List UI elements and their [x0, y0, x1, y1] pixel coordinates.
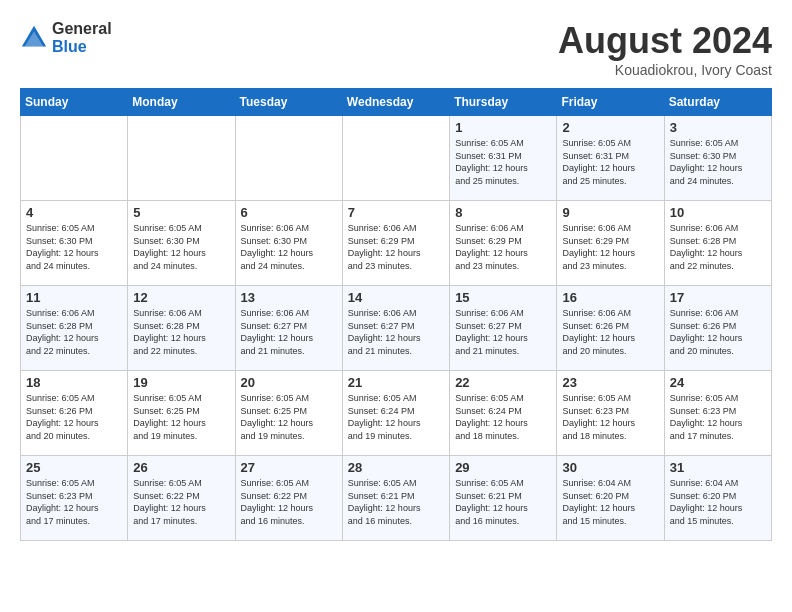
calendar-week-3: 11Sunrise: 6:06 AM Sunset: 6:28 PM Dayli…	[21, 286, 772, 371]
weekday-header-tuesday: Tuesday	[235, 89, 342, 116]
day-info: Sunrise: 6:05 AM Sunset: 6:23 PM Dayligh…	[670, 392, 766, 442]
calendar-cell: 29Sunrise: 6:05 AM Sunset: 6:21 PM Dayli…	[450, 456, 557, 541]
day-number: 19	[133, 375, 229, 390]
calendar-cell	[235, 116, 342, 201]
day-number: 28	[348, 460, 444, 475]
day-number: 4	[26, 205, 122, 220]
calendar-cell: 21Sunrise: 6:05 AM Sunset: 6:24 PM Dayli…	[342, 371, 449, 456]
day-info: Sunrise: 6:06 AM Sunset: 6:28 PM Dayligh…	[670, 222, 766, 272]
day-info: Sunrise: 6:06 AM Sunset: 6:27 PM Dayligh…	[455, 307, 551, 357]
day-info: Sunrise: 6:05 AM Sunset: 6:30 PM Dayligh…	[26, 222, 122, 272]
weekday-header-friday: Friday	[557, 89, 664, 116]
calendar-week-1: 1Sunrise: 6:05 AM Sunset: 6:31 PM Daylig…	[21, 116, 772, 201]
day-number: 21	[348, 375, 444, 390]
calendar-cell: 2Sunrise: 6:05 AM Sunset: 6:31 PM Daylig…	[557, 116, 664, 201]
day-info: Sunrise: 6:05 AM Sunset: 6:22 PM Dayligh…	[241, 477, 337, 527]
calendar-cell	[128, 116, 235, 201]
day-number: 24	[670, 375, 766, 390]
title-block: August 2024 Kouadiokrou, Ivory Coast	[558, 20, 772, 78]
calendar-cell: 23Sunrise: 6:05 AM Sunset: 6:23 PM Dayli…	[557, 371, 664, 456]
weekday-header-row: SundayMondayTuesdayWednesdayThursdayFrid…	[21, 89, 772, 116]
day-info: Sunrise: 6:04 AM Sunset: 6:20 PM Dayligh…	[670, 477, 766, 527]
day-info: Sunrise: 6:05 AM Sunset: 6:22 PM Dayligh…	[133, 477, 229, 527]
day-info: Sunrise: 6:05 AM Sunset: 6:30 PM Dayligh…	[670, 137, 766, 187]
day-info: Sunrise: 6:06 AM Sunset: 6:29 PM Dayligh…	[455, 222, 551, 272]
day-info: Sunrise: 6:06 AM Sunset: 6:29 PM Dayligh…	[562, 222, 658, 272]
day-info: Sunrise: 6:06 AM Sunset: 6:28 PM Dayligh…	[133, 307, 229, 357]
calendar-week-2: 4Sunrise: 6:05 AM Sunset: 6:30 PM Daylig…	[21, 201, 772, 286]
day-info: Sunrise: 6:06 AM Sunset: 6:30 PM Dayligh…	[241, 222, 337, 272]
calendar-table: SundayMondayTuesdayWednesdayThursdayFrid…	[20, 88, 772, 541]
calendar-cell: 27Sunrise: 6:05 AM Sunset: 6:22 PM Dayli…	[235, 456, 342, 541]
day-number: 8	[455, 205, 551, 220]
calendar-cell: 15Sunrise: 6:06 AM Sunset: 6:27 PM Dayli…	[450, 286, 557, 371]
day-number: 20	[241, 375, 337, 390]
calendar-cell: 4Sunrise: 6:05 AM Sunset: 6:30 PM Daylig…	[21, 201, 128, 286]
calendar-cell: 31Sunrise: 6:04 AM Sunset: 6:20 PM Dayli…	[664, 456, 771, 541]
day-info: Sunrise: 6:05 AM Sunset: 6:26 PM Dayligh…	[26, 392, 122, 442]
day-info: Sunrise: 6:06 AM Sunset: 6:29 PM Dayligh…	[348, 222, 444, 272]
day-number: 23	[562, 375, 658, 390]
month-title: August 2024	[558, 20, 772, 62]
day-info: Sunrise: 6:06 AM Sunset: 6:27 PM Dayligh…	[241, 307, 337, 357]
day-number: 10	[670, 205, 766, 220]
calendar-cell: 8Sunrise: 6:06 AM Sunset: 6:29 PM Daylig…	[450, 201, 557, 286]
weekday-header-wednesday: Wednesday	[342, 89, 449, 116]
calendar-cell: 5Sunrise: 6:05 AM Sunset: 6:30 PM Daylig…	[128, 201, 235, 286]
day-number: 11	[26, 290, 122, 305]
logo-general-text: General	[52, 20, 112, 38]
calendar-cell: 12Sunrise: 6:06 AM Sunset: 6:28 PM Dayli…	[128, 286, 235, 371]
day-number: 29	[455, 460, 551, 475]
day-info: Sunrise: 6:05 AM Sunset: 6:21 PM Dayligh…	[455, 477, 551, 527]
calendar-cell: 28Sunrise: 6:05 AM Sunset: 6:21 PM Dayli…	[342, 456, 449, 541]
day-number: 15	[455, 290, 551, 305]
day-number: 14	[348, 290, 444, 305]
day-info: Sunrise: 6:04 AM Sunset: 6:20 PM Dayligh…	[562, 477, 658, 527]
weekday-header-sunday: Sunday	[21, 89, 128, 116]
calendar-cell: 9Sunrise: 6:06 AM Sunset: 6:29 PM Daylig…	[557, 201, 664, 286]
day-number: 27	[241, 460, 337, 475]
calendar-cell: 19Sunrise: 6:05 AM Sunset: 6:25 PM Dayli…	[128, 371, 235, 456]
day-number: 16	[562, 290, 658, 305]
calendar-header: SundayMondayTuesdayWednesdayThursdayFrid…	[21, 89, 772, 116]
calendar-cell: 14Sunrise: 6:06 AM Sunset: 6:27 PM Dayli…	[342, 286, 449, 371]
day-number: 30	[562, 460, 658, 475]
weekday-header-saturday: Saturday	[664, 89, 771, 116]
calendar-cell: 26Sunrise: 6:05 AM Sunset: 6:22 PM Dayli…	[128, 456, 235, 541]
day-info: Sunrise: 6:05 AM Sunset: 6:23 PM Dayligh…	[562, 392, 658, 442]
location-subtitle: Kouadiokrou, Ivory Coast	[558, 62, 772, 78]
calendar-cell	[342, 116, 449, 201]
calendar-cell: 6Sunrise: 6:06 AM Sunset: 6:30 PM Daylig…	[235, 201, 342, 286]
day-number: 26	[133, 460, 229, 475]
day-number: 2	[562, 120, 658, 135]
day-info: Sunrise: 6:05 AM Sunset: 6:24 PM Dayligh…	[455, 392, 551, 442]
calendar-cell: 24Sunrise: 6:05 AM Sunset: 6:23 PM Dayli…	[664, 371, 771, 456]
calendar-cell: 18Sunrise: 6:05 AM Sunset: 6:26 PM Dayli…	[21, 371, 128, 456]
day-number: 6	[241, 205, 337, 220]
calendar-cell: 11Sunrise: 6:06 AM Sunset: 6:28 PM Dayli…	[21, 286, 128, 371]
day-number: 9	[562, 205, 658, 220]
day-number: 17	[670, 290, 766, 305]
day-number: 7	[348, 205, 444, 220]
day-info: Sunrise: 6:06 AM Sunset: 6:26 PM Dayligh…	[670, 307, 766, 357]
calendar-cell: 3Sunrise: 6:05 AM Sunset: 6:30 PM Daylig…	[664, 116, 771, 201]
day-info: Sunrise: 6:05 AM Sunset: 6:23 PM Dayligh…	[26, 477, 122, 527]
weekday-header-thursday: Thursday	[450, 89, 557, 116]
logo-icon	[20, 24, 48, 52]
calendar-cell: 25Sunrise: 6:05 AM Sunset: 6:23 PM Dayli…	[21, 456, 128, 541]
calendar-cell: 22Sunrise: 6:05 AM Sunset: 6:24 PM Dayli…	[450, 371, 557, 456]
calendar-cell: 7Sunrise: 6:06 AM Sunset: 6:29 PM Daylig…	[342, 201, 449, 286]
logo-text: General Blue	[52, 20, 112, 55]
calendar-cell: 10Sunrise: 6:06 AM Sunset: 6:28 PM Dayli…	[664, 201, 771, 286]
day-info: Sunrise: 6:06 AM Sunset: 6:27 PM Dayligh…	[348, 307, 444, 357]
calendar-cell	[21, 116, 128, 201]
logo: General Blue	[20, 20, 112, 55]
calendar-body: 1Sunrise: 6:05 AM Sunset: 6:31 PM Daylig…	[21, 116, 772, 541]
calendar-cell: 1Sunrise: 6:05 AM Sunset: 6:31 PM Daylig…	[450, 116, 557, 201]
day-info: Sunrise: 6:05 AM Sunset: 6:24 PM Dayligh…	[348, 392, 444, 442]
calendar-cell: 30Sunrise: 6:04 AM Sunset: 6:20 PM Dayli…	[557, 456, 664, 541]
weekday-header-monday: Monday	[128, 89, 235, 116]
page-header: General Blue August 2024 Kouadiokrou, Iv…	[20, 20, 772, 78]
day-number: 25	[26, 460, 122, 475]
day-info: Sunrise: 6:06 AM Sunset: 6:26 PM Dayligh…	[562, 307, 658, 357]
